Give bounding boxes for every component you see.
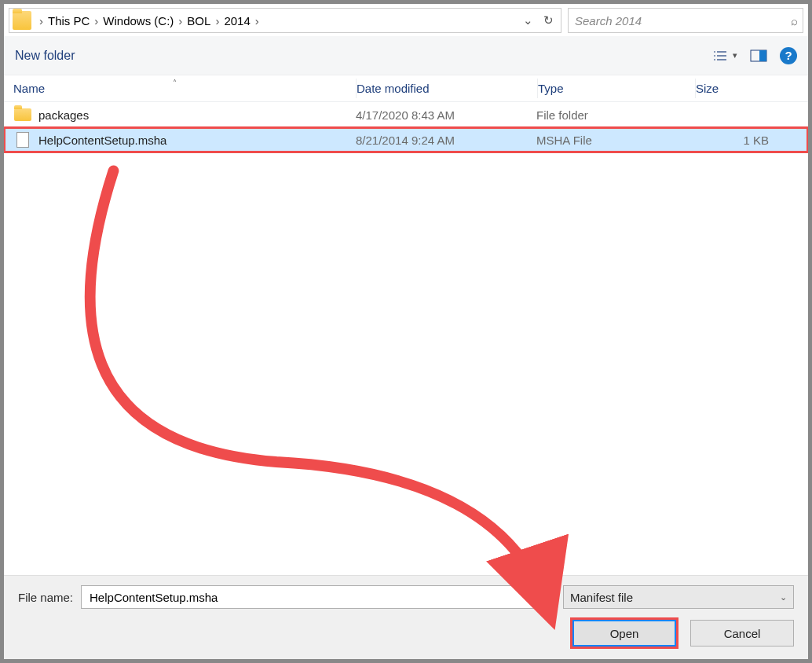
folder-icon [13,107,32,123]
file-size: 1 KB [693,134,808,147]
column-header-date[interactable]: Date modified [357,82,537,95]
new-folder-button[interactable]: New folder [15,49,75,63]
file-row[interactable]: packages4/17/2020 8:43 AMFile folder [4,102,808,127]
list-view-icon [712,49,730,62]
filename-input[interactable] [88,590,541,605]
breadcrumb-item[interactable]: Windows (C:) [103,14,174,27]
chevron-right-icon: › [90,14,103,27]
column-header-name[interactable]: Name ˄ [4,82,356,95]
file-row[interactable]: HelpContentSetup.msha8/21/2014 9:24 AMMS… [4,127,808,152]
chevron-right-icon: › [210,14,224,27]
file-icon [13,132,32,148]
folder-icon [13,11,31,30]
breadcrumb-item[interactable]: BOL [187,14,210,27]
chevron-down-icon[interactable]: ⌄ [518,11,537,30]
address-bar[interactable]: › This PC › Windows (C:) › BOL › 2014 › … [9,8,561,33]
file-name: packages [38,108,356,122]
chevron-down-icon[interactable]: ⌄ [541,592,548,603]
file-name: HelpContentSetup.msha [38,134,356,147]
view-options-button[interactable]: ▾ [712,49,737,62]
search-box[interactable]: ⌕ [568,8,803,33]
filename-label: File name: [18,591,73,604]
help-icon[interactable]: ? [780,47,797,64]
dialog-footer: File name: ⌄ Manifest file ⌄ Open Cancel [4,575,808,659]
chevron-right-icon: › [251,14,264,27]
column-header-label: Name [13,82,45,95]
filetype-select[interactable]: Manifest file ⌄ [563,585,794,609]
breadcrumb-item[interactable]: 2014 [224,14,250,27]
chevron-right-icon: › [174,14,187,27]
chevron-right-icon: › [35,14,48,27]
cancel-button[interactable]: Cancel [690,620,794,647]
column-header-type[interactable]: Type [538,82,695,95]
search-input[interactable] [573,13,791,28]
address-bar-row: › This PC › Windows (C:) › BOL › 2014 › … [4,4,808,36]
file-list[interactable]: packages4/17/2020 8:43 AMFile folderHelp… [4,102,808,575]
filename-combo[interactable]: ⌄ [81,585,555,609]
chevron-down-icon: ⌄ [780,592,787,603]
file-type: File folder [536,108,693,122]
open-button[interactable]: Open [572,620,676,647]
breadcrumb: › This PC › Windows (C:) › BOL › 2014 › [35,14,514,27]
column-header-size[interactable]: Size [696,82,808,95]
preview-pane-button[interactable] [750,49,767,62]
refresh-icon[interactable]: ↻ [539,11,558,30]
sort-ascending-icon: ˄ [173,79,177,87]
search-icon[interactable]: ⌕ [791,14,798,27]
chevron-down-icon: ▾ [733,50,737,60]
preview-pane-icon [750,49,767,62]
file-open-dialog: › This PC › Windows (C:) › BOL › 2014 › … [0,0,812,663]
file-type: MSHA File [536,134,693,147]
file-date: 8/21/2014 9:24 AM [356,134,536,147]
column-headers: Name ˄ Date modified Type Size [4,75,808,102]
breadcrumb-item[interactable]: This PC [48,14,90,27]
filetype-label: Manifest file [570,591,633,604]
toolbar: New folder ▾ ? [4,36,808,75]
file-date: 4/17/2020 8:43 AM [356,108,536,122]
svg-rect-7 [759,50,766,61]
